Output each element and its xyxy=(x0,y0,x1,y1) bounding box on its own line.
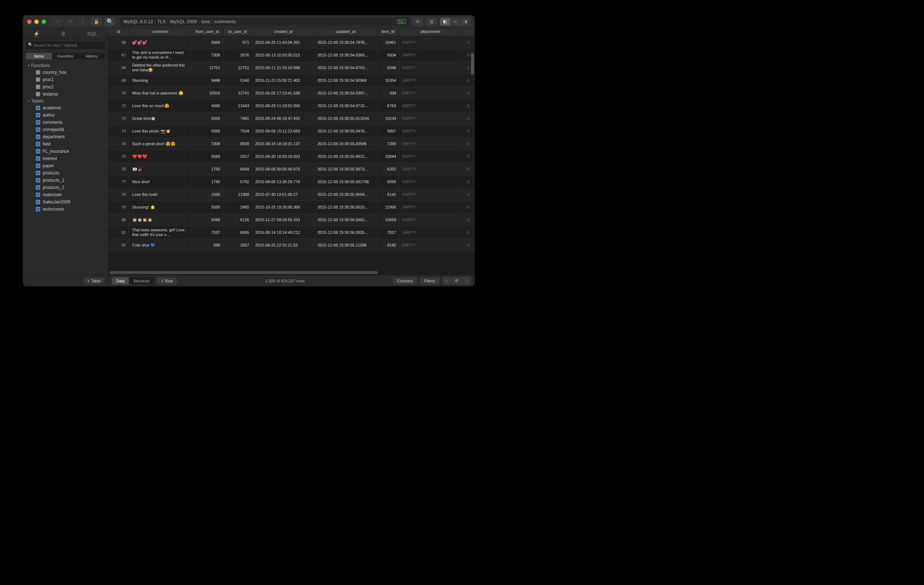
cell-to[interactable]: 11643 xyxy=(223,100,252,112)
cell-to[interactable]: 571 xyxy=(223,36,252,48)
cell-comment[interactable]: Stunning xyxy=(129,74,191,87)
cell-created[interactable]: 2015-08-13 16:50:05.015 xyxy=(252,49,315,61)
table-row[interactable]: 80👏🏼👏🏼👏🏼👏🏼556961262015-11-27 09:26:55.33… xyxy=(108,214,475,226)
col-item-id[interactable]: item_id xyxy=(377,28,399,36)
table-row[interactable]: 75❤️❤️❤️556920172015-09-30 16:50:20.5032… xyxy=(108,150,475,163)
cell-item[interactable]: 6934 xyxy=(377,49,399,61)
seg-items[interactable]: Items xyxy=(26,53,52,59)
cell-comment[interactable]: 👀👍🏾 xyxy=(129,163,191,175)
cell-item[interactable]: 15659 xyxy=(377,214,399,226)
cell-item[interactable]: 10844 xyxy=(377,150,399,163)
cell-item[interactable]: 8142 xyxy=(377,239,399,251)
refresh-icon[interactable]: ⟳ xyxy=(412,18,423,26)
layout-full-icon[interactable]: ▭ xyxy=(450,18,460,26)
fn-country_hos[interactable]: country_hos xyxy=(23,69,108,76)
cell-to[interactable]: 6434 xyxy=(223,163,252,175)
cell-updated[interactable]: 2015-12-08 15:30:55.83586 xyxy=(315,138,377,150)
horizontal-scrollbar[interactable] xyxy=(108,270,475,275)
cell-to[interactable]: 5340 xyxy=(223,74,252,87)
cell-created[interactable]: 2015-11-23 15:55:21.403 xyxy=(252,74,315,87)
cell-item[interactable]: 6763 xyxy=(377,100,399,112)
cell-attachment[interactable]: EMPTY xyxy=(399,49,462,61)
cell-id[interactable]: 79 xyxy=(108,201,129,213)
table-row[interactable]: 68Deleted the other preferred this one h… xyxy=(108,61,475,74)
table-row[interactable]: 76👀👍🏾178064342015-08-06 00:05:49.8762015… xyxy=(108,163,475,176)
cell-updated[interactable]: 2015-12-08 15:30:54.8368... xyxy=(315,49,377,61)
cell-to[interactable]: 12751 xyxy=(223,61,252,74)
cell-item[interactable]: 7269 xyxy=(377,138,399,150)
cell-updated[interactable]: 2015-12-08 15:30:55.9694... xyxy=(315,188,377,201)
table-realestate[interactable]: realestate xyxy=(23,191,108,198)
cell-to[interactable]: 3076 xyxy=(223,49,252,61)
search-icon[interactable]: 🔍 xyxy=(105,17,116,26)
col-from-user[interactable]: from_user_id xyxy=(191,28,223,36)
cell-updated[interactable]: 2015-12-08 15:30:54.9397... xyxy=(315,87,377,99)
cell-updated[interactable]: 2015-12-08 15:30:54.7878... xyxy=(315,36,377,48)
table-author[interactable]: author xyxy=(23,112,108,119)
table-products[interactable]: products xyxy=(23,170,108,177)
cell-updated[interactable]: 2015-12-08 15:30:54.8753... xyxy=(315,61,377,74)
tab-data[interactable]: Data xyxy=(112,277,129,285)
next-page-icon[interactable]: › xyxy=(462,277,471,285)
cell-comment[interactable]: Love this photo 📷💥 xyxy=(129,125,191,137)
cell-updated[interactable]: 2015-12-08 15:30:55.0476... xyxy=(315,125,377,137)
tab-structure[interactable]: Structure xyxy=(129,277,154,285)
cell-created[interactable]: 2015-08-29 11:19:52.096 xyxy=(252,100,315,112)
cell-updated[interactable]: 2015-12-08 15:30:54.90968 xyxy=(315,74,377,87)
cell-item[interactable]: 15354 xyxy=(377,74,399,87)
cell-item[interactable]: 334 xyxy=(377,87,399,99)
cell-from[interactable]: 7308 xyxy=(191,49,223,61)
table-row[interactable]: 72Great shot👏🏼556974812015-09-24 06:18:4… xyxy=(108,112,475,125)
database-icon[interactable]: 🛢 xyxy=(61,31,66,36)
cell-attachment[interactable]: EMPTY xyxy=(399,214,462,226)
cell-from[interactable]: 5569 xyxy=(191,150,223,163)
cell-item[interactable]: 10461 xyxy=(377,36,399,48)
cell-attachment[interactable]: EMPTY xyxy=(399,125,462,137)
cell-from[interactable]: 5569 xyxy=(191,112,223,125)
cell-created[interactable]: 2015-09-06 15:11:23.683 xyxy=(252,125,315,137)
cell-to[interactable]: 12741 xyxy=(223,87,252,99)
cell-updated[interactable]: 2015-12-08 15:30:56.0825... xyxy=(315,226,377,239)
cell-item[interactable]: 6202 xyxy=(377,163,399,175)
table-row[interactable]: 74Such a great shot! 😍😍730889282015-08-1… xyxy=(108,138,475,150)
cell-from[interactable]: 5569 xyxy=(191,214,223,226)
cell-comment[interactable]: 👏🏼👏🏼👏🏼👏🏼 xyxy=(129,214,191,226)
table-row[interactable]: 73Love this photo 📷💥556976342015-09-06 1… xyxy=(108,125,475,138)
cell-created[interactable]: 2015-07-30 19:51:00.27 xyxy=(252,188,315,201)
cell-id[interactable]: 67 xyxy=(108,49,129,61)
cell-created[interactable]: 2015-11-27 09:26:55.333 xyxy=(252,214,315,226)
sql-icon[interactable]: SQL xyxy=(87,31,97,36)
cell-id[interactable]: 75 xyxy=(108,150,129,163)
cell-item[interactable]: 5142 xyxy=(377,188,399,201)
cell-comment[interactable]: Deleted the other preferred this one hah… xyxy=(129,61,191,74)
cell-comment[interactable]: Stunning! 🌟 xyxy=(129,201,191,213)
cell-to[interactable]: 11908 xyxy=(223,188,252,201)
cell-id[interactable]: 81 xyxy=(108,226,129,239)
cell-to[interactable]: 8928 xyxy=(223,138,252,150)
cell-from[interactable]: 12751 xyxy=(191,61,223,74)
cell-to[interactable]: 2017 xyxy=(223,150,252,163)
table-row[interactable]: 69Stunning944853402015-11-23 15:55:21.40… xyxy=(108,74,475,87)
minimize-window[interactable] xyxy=(35,20,39,24)
cell-to[interactable]: 5792 xyxy=(223,176,252,188)
cell-attachment[interactable]: EMPTY xyxy=(399,176,462,188)
cell-attachment[interactable]: EMPTY xyxy=(399,226,462,239)
table-crimejan06[interactable]: crimejan06 xyxy=(23,126,108,133)
cell-comment[interactable]: This skirt is everywhere I need to get m… xyxy=(129,49,191,61)
cell-updated[interactable]: 2015-12-08 15:30:56.0462... xyxy=(315,214,377,226)
cell-updated[interactable]: 2015-12-08 15:30:55.9073... xyxy=(315,163,377,175)
cell-id[interactable]: 71 xyxy=(108,100,129,112)
fn-proc2[interactable]: proc2 xyxy=(23,83,108,91)
cell-comment[interactable]: Nice shot! xyxy=(129,176,191,188)
cell-attachment[interactable]: EMPTY xyxy=(399,188,462,201)
cell-comment[interactable]: 💕💕💕 xyxy=(129,36,191,48)
cell-comment[interactable]: Great shot👏🏼 xyxy=(129,112,191,125)
cell-from[interactable]: 7308 xyxy=(191,138,223,150)
close-window[interactable] xyxy=(27,20,31,24)
cell-to[interactable]: 8995 xyxy=(223,226,252,239)
cell-item[interactable]: 10234 xyxy=(377,112,399,125)
table-interest[interactable]: interest xyxy=(23,155,108,162)
cell-from[interactable]: 599 xyxy=(191,239,223,251)
cell-created[interactable]: 2015-09-24 06:18:47.432 xyxy=(252,112,315,125)
cell-to[interactable]: 6126 xyxy=(223,214,252,226)
